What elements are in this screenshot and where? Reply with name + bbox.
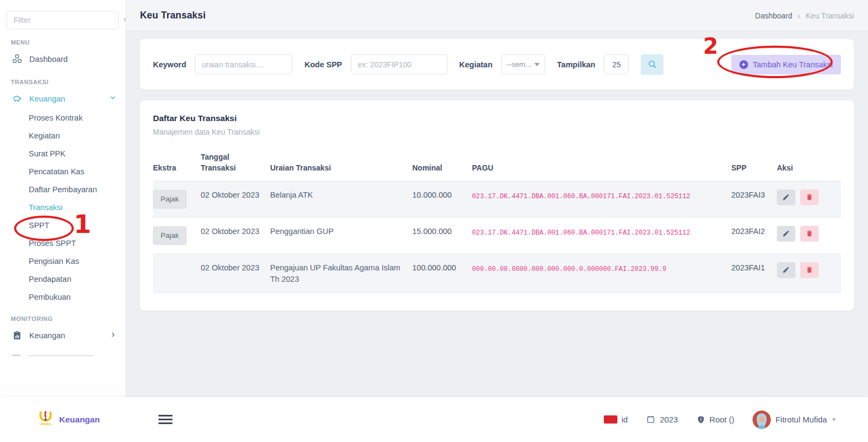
sidebar-subitem-pembukuan[interactable]: Pembukuan xyxy=(0,288,125,306)
user-name: Fitrotul Mufida xyxy=(775,415,827,424)
delete-button[interactable] xyxy=(800,190,819,205)
pagu-cell: 023.17.DK.4471.DBA.001.060.BA.000171.FAI… xyxy=(472,225,731,238)
add-keu-transaksi-button[interactable]: + Tambah Keu Transaksi xyxy=(731,55,841,74)
sidebar-item-keuangan[interactable]: Keuangan xyxy=(0,89,125,109)
plus-icon: + xyxy=(739,60,748,69)
sidebar-subitem-daftar-pembayaran[interactable]: Daftar Pembayaran xyxy=(0,180,125,198)
unsika-logo-icon: UNSIKA xyxy=(37,410,54,430)
sidebar-subitem-transaksi[interactable]: Transaksi xyxy=(0,198,125,216)
sidebar-subitem-pendapatan[interactable]: Pendapatan xyxy=(0,270,125,288)
table-row: Pajak 02 Oktober 2023 Penggantian GUP 15… xyxy=(153,217,841,254)
kode-spp-input[interactable] xyxy=(351,54,448,74)
delete-button[interactable] xyxy=(800,226,819,242)
breadcrumb-current: Keu Transaksi xyxy=(806,11,854,20)
indonesia-flag-icon xyxy=(604,415,617,424)
sidebar-subitem-surat-ppk[interactable]: Surat PPK xyxy=(0,144,125,162)
nominal-cell: 10.000.000 xyxy=(412,188,472,201)
brand-name: Keuangan xyxy=(59,415,100,425)
kegiatan-select[interactable]: --sem... xyxy=(501,54,545,74)
trash-icon xyxy=(806,266,813,274)
tanggal-cell: 02 Oktober 2023 xyxy=(201,188,270,201)
breadcrumb: Dashboard › Keu Transaksi xyxy=(755,11,854,20)
ekstra-cell xyxy=(153,261,201,262)
trash-icon xyxy=(806,193,813,201)
search-button[interactable] xyxy=(641,54,663,75)
spp-cell: 2023FAI1 xyxy=(731,261,777,274)
shield-icon xyxy=(697,415,705,424)
keyword-input[interactable] xyxy=(195,54,292,74)
filter-bar: Keyword Kode SPP Kegiatan --sem... Tampi… xyxy=(140,39,854,90)
tanggal-cell: 02 Oktober 2023 xyxy=(201,261,270,274)
piggy-bank-icon xyxy=(12,93,22,104)
modules-icon xyxy=(12,54,22,64)
sidebar-subitem-pencatatan-kas[interactable]: Pencatatan Kas xyxy=(0,162,125,180)
breadcrumb-dashboard[interactable]: Dashboard xyxy=(755,11,793,20)
spp-cell: 2023FAI2 xyxy=(731,225,777,238)
ekstra-badge: Pajak xyxy=(153,190,187,209)
pagu-cell: 023.17.DK.4471.DBA.001.060.BA.000171.FAI… xyxy=(472,188,731,201)
footer-bar: UNSIKA Keuangan id 2023 Root () xyxy=(0,397,868,442)
sidebar-item-dashboard[interactable]: Dashboard xyxy=(0,49,125,69)
sidebar-subitem-pengisian-kas[interactable]: Pengisian Kas xyxy=(0,252,125,270)
sidebar-section-transaksi: TRANSAKSI xyxy=(0,69,125,89)
tampilkan-label: Tampilkan xyxy=(557,60,596,69)
nominal-cell: 100.000.000 xyxy=(412,261,472,274)
chevron-down-icon xyxy=(109,94,117,103)
page-title: Keu Transaksi xyxy=(140,10,206,21)
sidebar-item-label: Keuangan xyxy=(29,94,102,103)
sidebar: MENU Dashboard TRANSAKSI Keuangan xyxy=(0,0,126,397)
brand-logo-link[interactable]: UNSIKA Keuangan xyxy=(37,410,100,430)
sidebar-search-icon[interactable] xyxy=(123,15,126,25)
pencil-icon xyxy=(782,193,790,201)
year-selector[interactable]: 2023 xyxy=(646,415,678,424)
table-title: Daftar Keu Transaksi xyxy=(153,113,841,123)
col-tanggal: Tanggal Transaksi xyxy=(201,151,270,174)
search-icon xyxy=(647,59,658,70)
uraian-cell: Pengajuan UP Fakultas Agama Islam Th 202… xyxy=(270,261,412,286)
sidebar-filter-input[interactable] xyxy=(7,11,119,29)
edit-button[interactable] xyxy=(777,262,795,278)
hamburger-menu-icon[interactable] xyxy=(158,413,173,427)
add-button-label: Tambah Keu Transaksi xyxy=(753,60,833,69)
keyword-label: Keyword xyxy=(153,60,186,69)
table-row: Pajak 02 Oktober 2023 Belanja ATK 10.000… xyxy=(153,181,841,217)
nominal-cell: 15.000.000 xyxy=(412,225,472,238)
sidebar-subitem-kegiatan[interactable]: Kegiatan xyxy=(0,127,125,144)
delete-button[interactable] xyxy=(800,262,819,278)
edit-button[interactable] xyxy=(777,226,795,242)
calendar-icon xyxy=(646,415,655,424)
page-header: Keu Transaksi Dashboard › Keu Transaksi xyxy=(126,0,868,31)
sidebar-subitem-proses-sppt[interactable]: Proses SPPT xyxy=(0,234,125,252)
main-content: Keu Transaksi Dashboard › Keu Transaksi … xyxy=(126,0,868,397)
edit-button[interactable] xyxy=(777,190,795,205)
role-indicator[interactable]: Root () xyxy=(697,415,735,424)
breadcrumb-separator-icon: › xyxy=(797,11,800,20)
kegiatan-label: Kegiatan xyxy=(459,60,493,69)
spp-cell: 2023FAI3 xyxy=(731,188,777,201)
col-pagu: PAGU xyxy=(472,151,731,174)
tanggal-cell: 02 Oktober 2023 xyxy=(201,225,270,238)
svg-text:UNSIKA: UNSIKA xyxy=(40,422,51,426)
uraian-cell: Belanja ATK xyxy=(270,188,412,201)
chevron-down-icon: ▾ xyxy=(832,416,835,423)
col-nominal: Nominal xyxy=(412,151,472,174)
avatar xyxy=(752,411,771,429)
user-menu[interactable]: Fitrotul Mufida ▾ xyxy=(752,411,835,429)
table-subtitle: Manajemen data Keu Transaksi xyxy=(153,128,841,136)
sidebar-section-monitoring: MONITORING xyxy=(0,306,125,325)
pencil-icon xyxy=(782,266,790,274)
locale-label: id xyxy=(622,415,628,424)
select-caret-icon xyxy=(534,63,540,66)
trash-icon xyxy=(806,230,813,237)
kode-spp-label: Kode SPP xyxy=(304,60,342,69)
sidebar-item-monitoring-keuangan[interactable]: Keuangan xyxy=(0,325,125,345)
col-ekstra: Ekstra xyxy=(153,151,201,174)
kegiatan-selected-value: --sem... xyxy=(507,60,532,68)
sidebar-subitem-sppt[interactable]: SPPT xyxy=(0,216,125,234)
col-uraian: Uraian Transaksi xyxy=(270,151,412,174)
col-spp: SPP xyxy=(731,151,777,174)
locale-switcher[interactable]: id xyxy=(604,415,628,424)
sidebar-subitem-proses-kontrak[interactable]: Proses Kontrak xyxy=(0,109,125,127)
sidebar-section-menu: MENU xyxy=(0,29,125,49)
tampilkan-input[interactable] xyxy=(604,54,629,74)
